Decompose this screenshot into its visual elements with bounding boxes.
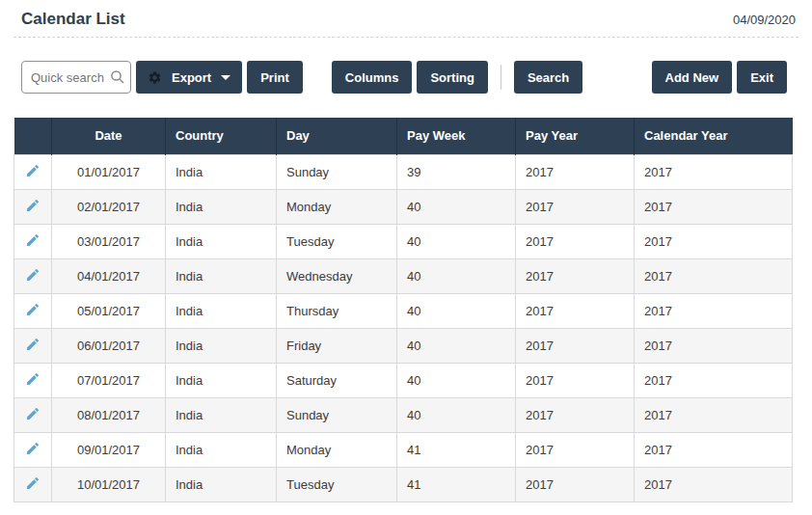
cell-country: India <box>166 467 277 501</box>
pencil-icon[interactable] <box>25 232 41 251</box>
cell-date: 07/01/2017 <box>52 363 166 397</box>
cell-day: Monday <box>277 189 397 224</box>
edit-cell <box>14 363 52 397</box>
cell-calendar_year: 2017 <box>635 189 793 224</box>
cell-country: India <box>166 328 277 363</box>
pencil-icon[interactable] <box>25 475 41 494</box>
pencil-icon[interactable] <box>25 406 41 424</box>
page-title: Calendar List <box>21 10 125 29</box>
cell-date: 08/01/2017 <box>52 397 166 432</box>
magnifier-icon[interactable] <box>110 69 125 89</box>
sorting-button[interactable]: Sorting <box>417 61 488 94</box>
cell-date: 03/01/2017 <box>52 224 166 258</box>
cell-day: Tuesday <box>277 467 397 501</box>
print-button[interactable]: Print <box>247 61 303 94</box>
table-row: 09/01/2017IndiaMonday4120172017 <box>14 432 793 467</box>
cell-calendar_year: 2017 <box>635 397 793 432</box>
cell-calendar_year: 2017 <box>635 154 793 189</box>
calendar-table: DateCountryDayPay WeekPay YearCalendar Y… <box>14 118 793 502</box>
cell-day: Sunday <box>277 154 397 189</box>
cell-pay_week: 40 <box>397 258 516 293</box>
page-header: Calendar List 04/09/2020 <box>0 0 812 37</box>
cell-calendar_year: 2017 <box>635 258 793 293</box>
cell-pay_week: 40 <box>397 397 516 432</box>
cell-date: 05/01/2017 <box>52 293 166 328</box>
cell-calendar_year: 2017 <box>635 432 793 467</box>
cell-pay_week: 41 <box>397 467 516 501</box>
column-header: Pay Year <box>516 118 635 154</box>
cell-pay_year: 2017 <box>516 467 635 501</box>
exit-button[interactable]: Exit <box>737 61 787 94</box>
cell-day: Wednesday <box>277 258 397 293</box>
pencil-icon[interactable] <box>25 267 41 285</box>
edit-cell <box>14 154 52 189</box>
cell-date: 04/01/2017 <box>52 258 166 293</box>
column-header: Day <box>277 118 397 154</box>
pencil-icon[interactable] <box>25 302 41 320</box>
calendar-list-page: Calendar List 04/09/2020 <box>0 0 812 515</box>
cell-pay_year: 2017 <box>516 328 635 363</box>
cell-pay_week: 39 <box>397 154 516 189</box>
cell-pay_week: 40 <box>397 328 516 363</box>
edit-cell <box>14 258 52 293</box>
cell-day: Friday <box>277 328 397 363</box>
cell-pay_year: 2017 <box>516 363 635 397</box>
cell-country: India <box>166 154 277 189</box>
current-date: 04/09/2020 <box>733 13 796 27</box>
cell-calendar_year: 2017 <box>635 467 793 501</box>
export-label: Export <box>172 70 211 85</box>
cell-pay_week: 40 <box>397 293 516 328</box>
cell-pay_year: 2017 <box>516 189 635 224</box>
edit-cell <box>14 432 52 467</box>
quick-search <box>21 61 131 94</box>
cell-date: 02/01/2017 <box>52 189 166 224</box>
table-row: 07/01/2017IndiaSaturday4020172017 <box>14 363 793 397</box>
cell-date: 10/01/2017 <box>52 467 166 501</box>
cell-pay_week: 40 <box>397 189 516 224</box>
column-header: Pay Week <box>397 118 516 154</box>
table-row: 10/01/2017IndiaTuesday4120172017 <box>14 467 793 501</box>
cell-pay_year: 2017 <box>516 258 635 293</box>
pencil-icon[interactable] <box>25 371 41 390</box>
cell-pay_year: 2017 <box>516 432 635 467</box>
cell-day: Thursday <box>277 293 397 328</box>
cell-calendar_year: 2017 <box>635 293 793 328</box>
column-header: Date <box>52 118 166 154</box>
edit-cell <box>14 328 52 363</box>
columns-button[interactable]: Columns <box>332 61 413 94</box>
column-header <box>14 118 52 154</box>
gear-icon <box>148 70 162 85</box>
table-header-row: DateCountryDayPay WeekPay YearCalendar Y… <box>14 118 793 154</box>
cell-day: Monday <box>277 432 397 467</box>
table-row: 06/01/2017IndiaFriday4020172017 <box>14 328 793 363</box>
toolbar-left-group: Export Print Columns Sorting Search <box>21 61 582 94</box>
cell-calendar_year: 2017 <box>635 328 793 363</box>
cell-calendar_year: 2017 <box>635 224 793 258</box>
cell-date: 06/01/2017 <box>52 328 166 363</box>
cell-country: India <box>166 397 277 432</box>
pencil-icon[interactable] <box>25 337 41 355</box>
cell-pay_week: 40 <box>397 363 516 397</box>
table-row: 04/01/2017IndiaWednesday4020172017 <box>14 258 793 293</box>
table-row: 05/01/2017IndiaThursday4020172017 <box>14 293 793 328</box>
pencil-icon[interactable] <box>25 441 41 459</box>
cell-country: India <box>166 363 277 397</box>
table-wrap: DateCountryDayPay WeekPay YearCalendar Y… <box>14 118 793 502</box>
add-new-button[interactable]: Add New <box>652 61 733 94</box>
cell-pay_week: 41 <box>397 432 516 467</box>
export-button[interactable]: Export <box>136 61 242 94</box>
pencil-icon[interactable] <box>25 163 41 181</box>
column-header: Country <box>166 118 277 154</box>
search-button[interactable]: Search <box>514 61 582 94</box>
cell-day: Tuesday <box>277 224 397 258</box>
cell-country: India <box>166 293 277 328</box>
cell-pay_year: 2017 <box>516 224 635 258</box>
cell-country: India <box>166 189 277 224</box>
cell-country: India <box>166 432 277 467</box>
cell-day: Saturday <box>277 363 397 397</box>
cell-date: 01/01/2017 <box>52 154 166 189</box>
edit-cell <box>14 397 52 432</box>
pencil-icon[interactable] <box>25 198 41 216</box>
cell-pay_year: 2017 <box>516 397 635 432</box>
cell-date: 09/01/2017 <box>52 432 166 467</box>
